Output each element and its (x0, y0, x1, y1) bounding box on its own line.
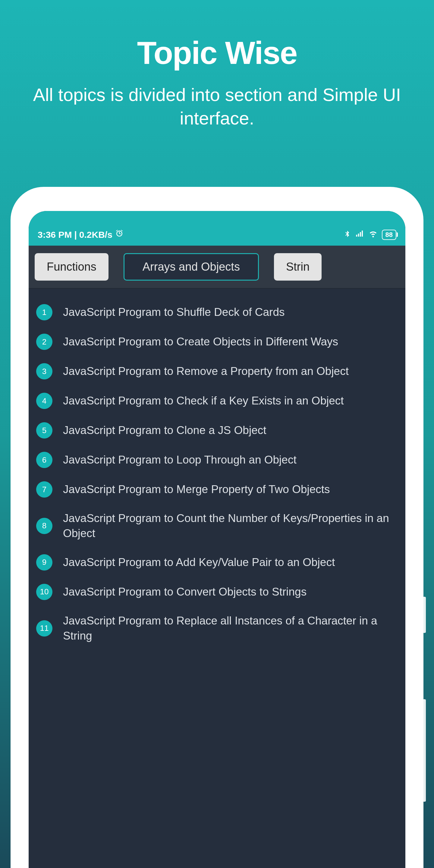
phone-button-notch (424, 597, 426, 633)
tab-arrays-and-objects[interactable]: Arrays and Objects (124, 253, 259, 281)
list-item[interactable]: 7JavaScript Program to Merge Property of… (36, 475, 398, 504)
promo-subtitle: All topics is divided into section and S… (0, 83, 434, 130)
item-title: JavaScript Program to Shuffle Deck of Ca… (63, 305, 285, 320)
item-title: JavaScript Program to Add Key/Value Pair… (63, 555, 335, 570)
list-item[interactable]: 9JavaScript Program to Add Key/Value Pai… (36, 548, 398, 577)
item-number-badge: 1 (36, 304, 53, 320)
list-item[interactable]: 10JavaScript Program to Convert Objects … (36, 577, 398, 607)
item-title: JavaScript Program to Replace all Instan… (63, 613, 398, 644)
promo-header: Topic Wise All topics is divided into se… (0, 0, 434, 130)
item-number-badge: 9 (36, 554, 53, 570)
item-number-badge: 6 (36, 452, 53, 468)
item-number-badge: 7 (36, 481, 53, 498)
item-number-badge: 10 (36, 584, 53, 600)
item-number-badge: 3 (36, 363, 53, 379)
phone-frame: 3:36 PM | 0.2KB/s 88 (10, 187, 424, 868)
item-number-badge: 8 (36, 518, 53, 534)
battery-level: 88 (385, 231, 393, 239)
status-speed: 0.2KB/s (79, 230, 113, 240)
item-title: JavaScript Program to Clone a JS Object (63, 423, 267, 438)
list-item[interactable]: 11JavaScript Program to Replace all Inst… (36, 607, 398, 650)
list-item[interactable]: 4JavaScript Program to Check if a Key Ex… (36, 386, 398, 415)
signal-icon (355, 229, 364, 240)
programs-list[interactable]: 1JavaScript Program to Shuffle Deck of C… (29, 288, 405, 659)
item-title: JavaScript Program to Convert Objects to… (63, 584, 307, 599)
list-item[interactable]: 3JavaScript Program to Remove a Property… (36, 356, 398, 386)
tab-functions[interactable]: Functions (35, 253, 108, 281)
item-title: JavaScript Program to Count the Number o… (63, 511, 398, 541)
phone-screen: 3:36 PM | 0.2KB/s 88 (29, 211, 405, 868)
status-bar: 3:36 PM | 0.2KB/s 88 (29, 211, 405, 246)
list-item[interactable]: 2JavaScript Program to Create Objects in… (36, 327, 398, 356)
status-right: 88 (343, 229, 396, 240)
item-title: JavaScript Program to Merge Property of … (63, 482, 330, 497)
list-item[interactable]: 5JavaScript Program to Clone a JS Object (36, 415, 398, 445)
list-item[interactable]: 8JavaScript Program to Count the Number … (36, 504, 398, 548)
tab-strin[interactable]: Strin (274, 253, 321, 281)
promo-title: Topic Wise (0, 35, 434, 71)
bluetooth-icon (343, 230, 351, 240)
item-number-badge: 4 (36, 393, 53, 409)
status-separator: | (74, 230, 76, 240)
alarm-icon (115, 229, 124, 240)
status-time: 3:36 PM (38, 230, 72, 240)
battery-icon: 88 (382, 230, 396, 240)
item-number-badge: 5 (36, 422, 53, 438)
phone-button-notch (424, 699, 426, 802)
list-item[interactable]: 6JavaScript Program to Loop Through an O… (36, 445, 398, 475)
tabs-container[interactable]: FunctionsArrays and ObjectsStrin (29, 246, 405, 288)
item-title: JavaScript Program to Check if a Key Exi… (63, 393, 344, 408)
item-number-badge: 2 (36, 334, 53, 350)
status-left: 3:36 PM | 0.2KB/s (38, 229, 124, 240)
list-item[interactable]: 1JavaScript Program to Shuffle Deck of C… (36, 298, 398, 327)
item-title: JavaScript Program to Loop Through an Ob… (63, 453, 297, 467)
wifi-icon (369, 229, 378, 240)
item-number-badge: 11 (36, 620, 53, 637)
item-title: JavaScript Program to Remove a Property … (63, 364, 349, 379)
item-title: JavaScript Program to Create Objects in … (63, 334, 338, 349)
